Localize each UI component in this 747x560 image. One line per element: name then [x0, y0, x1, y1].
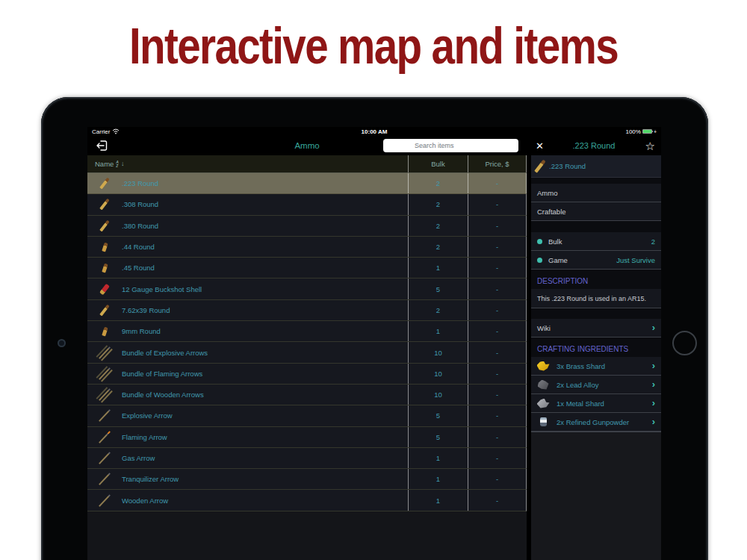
item-price: - [468, 173, 526, 193]
items-table: Name AZ ↓ Bulk Price, $ .223 Round 2 - .… [87, 155, 527, 560]
item-name: 12 Gauge Buckshot Shell [122, 279, 408, 299]
item-name: Explosive Arrow [122, 405, 408, 426]
table-row[interactable]: 7.62x39 Round 2 - [87, 300, 527, 321]
item-bulk: 1 [408, 490, 468, 510]
panel-spacer [531, 178, 661, 184]
item-price: - [468, 364, 526, 384]
item-bulk: 1 [408, 258, 468, 278]
ingredient-label: 1x Metal Shard [557, 399, 604, 408]
table-row[interactable]: 9mm Round 1 - [87, 321, 527, 342]
column-header-price[interactable]: Price, $ [468, 155, 526, 172]
item-icon [99, 410, 111, 423]
ingredient-icon [540, 417, 547, 426]
item-name: 9mm Round [122, 321, 408, 341]
table-row[interactable]: .223 Round 2 - [87, 173, 527, 194]
bullet-dot-icon [537, 239, 542, 244]
ingredient-row[interactable]: 2x Refined Gunpowder › [531, 413, 661, 432]
charging-indicator: + [654, 129, 657, 134]
item-bulk: 10 [408, 342, 468, 362]
item-bulk: 2 [408, 216, 468, 236]
table-row[interactable]: .380 Round 2 - [87, 216, 527, 237]
wiki-link[interactable]: Wiki › [531, 319, 661, 337]
item-icon [102, 263, 108, 273]
table-row[interactable]: Tranquilizer Arrow 1 - [87, 469, 527, 490]
item-price: - [468, 385, 526, 405]
ipad-device: Carrier 10:00 AM 100% + [41, 97, 708, 560]
item-icon [99, 388, 111, 401]
column-header-bulk[interactable]: Bulk [408, 155, 468, 172]
item-icon [99, 452, 111, 464]
column-header-name[interactable]: Name AZ ↓ [87, 160, 408, 168]
table-row[interactable]: .308 Round 2 - [87, 194, 527, 215]
table-row[interactable]: Bundle of Wooden Arrows 10 - [87, 385, 527, 405]
page-title: Interactive map and items [67, 16, 680, 75]
item-name: .308 Round [122, 194, 408, 214]
item-bulk: 10 [408, 364, 468, 384]
item-bulk: 2 [408, 237, 468, 257]
item-name: Bundle of Flaming Arrows [122, 364, 408, 384]
item-price: - [468, 448, 526, 468]
detail-props: Bulk 2 Game Just Survive [531, 232, 661, 270]
panel-filler [531, 432, 661, 560]
item-icon [102, 242, 108, 252]
ingredient-label: 3x Brass Shard [557, 362, 605, 370]
crafting-ingredients-header: CRAFTING INGREDIENTS [531, 337, 661, 357]
table-row[interactable]: Bundle of Flaming Arrows 10 - [87, 364, 527, 385]
item-icon [99, 220, 110, 231]
item-bulk: 10 [408, 385, 468, 405]
item-price: - [468, 321, 526, 341]
table-row[interactable]: Gas Arrow 1 - [87, 448, 527, 469]
sort-direction-icon: ↓ [121, 161, 125, 167]
sort-az-icon: AZ [116, 161, 119, 167]
item-price: - [468, 427, 526, 447]
item-price: - [468, 258, 526, 278]
property-value: Just Survive [616, 256, 655, 264]
item-price: - [468, 279, 526, 299]
property-label: Bulk [548, 237, 562, 246]
table-row[interactable]: Flaming Arrow 5 - [87, 427, 527, 448]
item-bulk: 5 [408, 405, 468, 426]
table-row[interactable]: 12 Gauge Buckshot Shell 5 - [87, 279, 527, 299]
bullet-dot-icon [537, 258, 542, 263]
table-row[interactable]: .45 Round 1 - [87, 258, 527, 279]
item-icon [99, 431, 111, 444]
item-name: Wooden Arrow [122, 490, 408, 510]
detail-panel: .223 Round Ammo Craftable Bulk 2 Game Ju… [527, 155, 661, 560]
ingredient-row[interactable]: 3x Brass Shard › [531, 357, 661, 376]
item-price: - [468, 490, 526, 510]
item-icon [99, 346, 111, 359]
table-row[interactable]: .44 Round 2 - [87, 237, 527, 258]
item-price: - [468, 237, 526, 257]
ingredient-row[interactable]: 2x Lead Alloy › [531, 376, 661, 394]
item-name: .223 Round [122, 173, 408, 193]
item-price: - [468, 216, 526, 236]
table-empty-area [87, 511, 527, 560]
table-row[interactable]: Wooden Arrow 1 - [87, 490, 527, 511]
item-price: - [468, 194, 526, 214]
item-price: - [468, 405, 526, 426]
favorite-star-icon[interactable]: ☆ [645, 140, 655, 152]
item-icon [99, 473, 111, 485]
item-name: Tranquilizer Arrow [122, 469, 408, 489]
item-name: Flaming Arrow [122, 427, 408, 447]
item-icon [99, 304, 110, 316]
item-price: - [468, 469, 526, 489]
front-camera [58, 339, 66, 347]
search-input[interactable] [383, 139, 518, 152]
table-row[interactable]: Explosive Arrow 5 - [87, 405, 527, 426]
item-bulk: 5 [408, 279, 468, 299]
home-button[interactable] [672, 331, 697, 355]
ingredient-row[interactable]: 1x Metal Shard › [531, 394, 661, 413]
detail-item-header: .223 Round [531, 155, 661, 178]
item-name: .45 Round [122, 258, 408, 278]
chevron-right-icon: › [652, 381, 655, 388]
item-name: .380 Round [122, 216, 408, 236]
ingredient-label: 2x Lead Alloy [557, 381, 599, 389]
detail-title: .223 Round [527, 141, 661, 150]
item-bulk: 1 [408, 448, 468, 468]
item-price: - [468, 300, 526, 320]
clock: 10:00 AM [87, 128, 661, 135]
table-row[interactable]: Bundle of Explosive Arrows 10 - [87, 342, 527, 363]
item-icon [99, 367, 111, 380]
bullet-icon [534, 159, 546, 172]
